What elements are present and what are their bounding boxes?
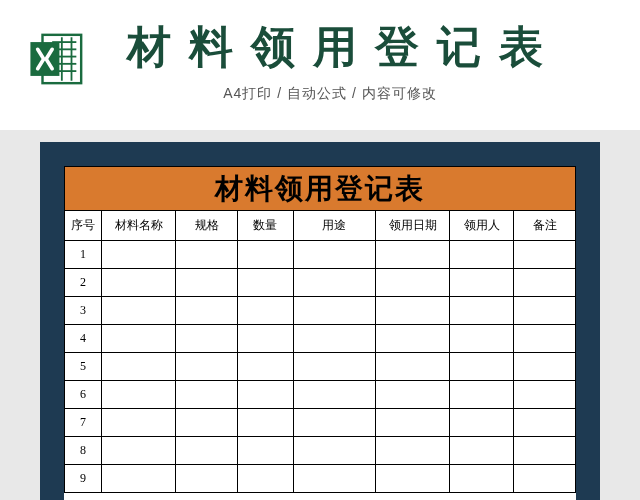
cell-note [514,409,576,437]
col-header-note: 备注 [514,211,576,241]
cell-date [376,409,450,437]
cell-note [514,381,576,409]
cell-seq: 3 [65,297,102,325]
table-header-row: 序号 材料名称 规格 数量 用途 领用日期 领用人 备注 [65,211,576,241]
col-header-spec: 规格 [176,211,238,241]
col-header-date: 领用日期 [376,211,450,241]
table-row: 2 [65,269,576,297]
cell-name [102,325,176,353]
cell-person [450,297,514,325]
col-header-use: 用途 [293,211,375,241]
cell-spec [176,437,238,465]
cell-date [376,465,450,493]
cell-qty [238,465,294,493]
cell-qty [238,269,294,297]
table-row: 8 [65,437,576,465]
cell-name [102,409,176,437]
table-row: 4 [65,325,576,353]
cell-person [450,437,514,465]
page-subtitle: A4打印 / 自动公式 / 内容可修改 [0,85,640,103]
cell-person [450,465,514,493]
cell-use [293,297,375,325]
cell-use [293,409,375,437]
cell-date [376,381,450,409]
cell-spec [176,465,238,493]
cell-seq: 2 [65,269,102,297]
cell-seq: 1 [65,241,102,269]
cell-person [450,381,514,409]
cell-seq: 4 [65,325,102,353]
table-title: 材料领用登记表 [215,170,425,208]
cell-note [514,325,576,353]
table-row: 1 [65,241,576,269]
table-row: 7 [65,409,576,437]
cell-name [102,241,176,269]
cell-seq: 9 [65,465,102,493]
cell-date [376,297,450,325]
cell-note [514,353,576,381]
document-page: 材料领用登记表 序号 材料名称 规格 数量 用途 领用日期 领用人 [64,166,576,500]
cell-use [293,381,375,409]
cell-spec [176,269,238,297]
cell-seq: 5 [65,353,102,381]
col-header-name: 材料名称 [102,211,176,241]
cell-name [102,465,176,493]
cell-spec [176,297,238,325]
document-preview-area: 材料领用登记表 序号 材料名称 规格 数量 用途 领用日期 领用人 [0,130,640,500]
cell-use [293,465,375,493]
cell-qty [238,353,294,381]
cell-note [514,437,576,465]
cell-date [376,437,450,465]
cell-seq: 7 [65,409,102,437]
excel-icon [28,30,86,88]
cell-person [450,353,514,381]
cell-seq: 8 [65,437,102,465]
cell-note [514,269,576,297]
col-header-qty: 数量 [238,211,294,241]
cell-qty [238,409,294,437]
cell-spec [176,381,238,409]
cell-person [450,409,514,437]
cell-person [450,269,514,297]
table-row: 9 [65,465,576,493]
cell-use [293,241,375,269]
cell-date [376,269,450,297]
cell-name [102,381,176,409]
cell-date [376,353,450,381]
cell-qty [238,437,294,465]
cell-qty [238,381,294,409]
cell-seq: 6 [65,381,102,409]
cell-use [293,437,375,465]
cell-use [293,325,375,353]
cell-note [514,465,576,493]
cell-spec [176,241,238,269]
table-row: 6 [65,381,576,409]
cell-note [514,297,576,325]
cell-note [514,241,576,269]
cell-person [450,325,514,353]
cell-date [376,241,450,269]
cell-name [102,297,176,325]
cell-spec [176,353,238,381]
cell-qty [238,325,294,353]
cell-spec [176,325,238,353]
table-row: 3 [65,297,576,325]
cell-use [293,269,375,297]
template-header: 材料领用登记表 A4打印 / 自动公式 / 内容可修改 [0,0,640,130]
cell-spec [176,409,238,437]
page-title: 材料领用登记表 [0,18,640,77]
cell-qty [238,297,294,325]
table-body: 123456789 [65,241,576,493]
cell-person [450,241,514,269]
cell-qty [238,241,294,269]
cell-name [102,437,176,465]
cell-use [293,353,375,381]
document-frame: 材料领用登记表 序号 材料名称 规格 数量 用途 领用日期 领用人 [40,142,600,500]
col-header-person: 领用人 [450,211,514,241]
material-table: 序号 材料名称 规格 数量 用途 领用日期 领用人 备注 123456789 [64,210,576,493]
cell-name [102,269,176,297]
table-row: 5 [65,353,576,381]
col-header-seq: 序号 [65,211,102,241]
cell-date [376,325,450,353]
table-title-bar: 材料领用登记表 [64,166,576,210]
